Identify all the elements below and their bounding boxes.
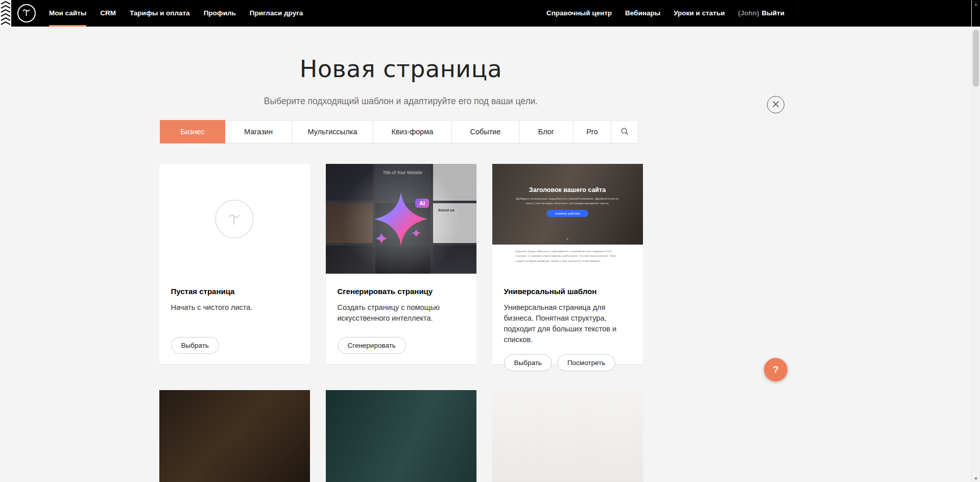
top-navbar: Мои сайты CRM Тарифы и оплата Профиль Пр… — [0, 0, 980, 27]
ai-sparkle-icon: AI — [363, 181, 439, 257]
card-actions: Выбрать Посмотреть — [504, 345, 631, 371]
scrollbar: ▲ ▼ — [971, 0, 980, 482]
new-page-dialog: Новая страница Выберите подходящий шабло… — [0, 55, 802, 482]
page-title: Новая страница — [0, 55, 802, 83]
preview-heading: Заголовок вашего сайта — [492, 186, 643, 194]
tab-search[interactable] — [611, 120, 638, 143]
card-description: Универсальная страница для бизнеса. Поня… — [504, 302, 631, 345]
user-name: (John) — [738, 0, 759, 27]
tab-event[interactable]: Событие — [451, 120, 519, 143]
preview-subtext: Добавьте интересные подробности о вашей … — [513, 197, 622, 206]
user-area: (John) Выйти — [738, 0, 784, 27]
generate-button[interactable]: Сгенерировать — [338, 337, 406, 354]
template-preview-image — [159, 390, 310, 482]
nav-item-profile[interactable]: Профиль — [204, 0, 236, 27]
preview-body-text: Коротко представьтесь и расскажите о ком… — [492, 245, 643, 274]
template-preview-image — [326, 390, 476, 482]
zigzag-pattern — [0, 0, 11, 27]
close-button[interactable] — [767, 96, 784, 113]
navbar-right-menu: Справочный центр Вебинары Уроки и статьи… — [546, 0, 802, 27]
template-card[interactable] — [492, 390, 643, 482]
navbar-left-menu: Мои сайты CRM Тарифы и оплата Профиль Пр… — [49, 0, 303, 27]
card-description: Создать страницу с помощью искусственног… — [338, 302, 465, 324]
ai-badge: AI — [415, 199, 429, 208]
scrollbar-down-arrow[interactable]: ▼ — [972, 476, 980, 481]
template-card-ai-generate[interactable]: Title of Your Website About us — [326, 164, 476, 364]
tilda-logo-icon — [21, 7, 32, 20]
card-title: Универсальный шаблон — [504, 287, 631, 296]
scrollbar-up-arrow[interactable]: ▲ — [972, 0, 980, 9]
select-blank-button[interactable]: Выбрать — [171, 337, 219, 354]
preview-hero: Заголовок вашего сайта Добавьте интересн… — [492, 164, 643, 245]
tilda-logo[interactable] — [17, 4, 36, 22]
template-card-blank-page[interactable]: Пустая страница Начать с чистого листа. … — [159, 164, 310, 364]
card-description: Начать с чистого листа. — [171, 302, 298, 313]
tab-blog[interactable]: Блог — [519, 120, 573, 143]
card-body: Универсальный шаблон Универсальная стран… — [492, 274, 643, 381]
template-card[interactable] — [326, 390, 476, 482]
template-card[interactable] — [159, 390, 310, 482]
card-body: Сгенерировать страницу Создать страницу … — [326, 274, 476, 364]
template-preview-image — [492, 390, 643, 482]
tab-multilink[interactable]: Мультиссылка — [292, 120, 373, 143]
close-icon — [772, 101, 779, 109]
universal-template-preview: Заголовок вашего сайта Добавьте интересн… — [492, 164, 643, 274]
ai-generate-preview: Title of Your Website About us — [326, 164, 476, 274]
tab-quiz-form[interactable]: Квиз-форма — [373, 120, 452, 143]
nav-item-tariffs[interactable]: Тарифы и оплата — [130, 0, 190, 27]
card-actions: Сгенерировать — [338, 328, 465, 354]
tilda-watermark-icon — [215, 200, 254, 238]
scrollbar-thumb[interactable] — [973, 30, 979, 87]
tab-business[interactable]: Бизнес — [160, 120, 225, 143]
nav-item-lessons[interactable]: Уроки и статьи — [674, 0, 725, 27]
template-cards-row-1: Пустая страница Начать с чистого листа. … — [159, 164, 643, 364]
blank-page-preview — [159, 164, 310, 274]
card-actions: Выбрать — [171, 328, 298, 354]
chevron-down-icon: ⌄ — [565, 236, 569, 240]
nav-item-webinars[interactable]: Вебинары — [625, 0, 660, 27]
scrollbar-cap: ▲ — [972, 0, 980, 27]
view-universal-button[interactable]: Посмотреть — [557, 354, 615, 371]
page-subtitle: Выберите подходящий шаблон и адаптируйте… — [0, 96, 802, 107]
search-icon — [620, 127, 629, 137]
template-category-tabs: Бизнес Магазин Мультиссылка Квиз-форма С… — [160, 120, 642, 143]
select-universal-button[interactable]: Выбрать — [504, 354, 552, 371]
card-title: Сгенерировать страницу — [338, 287, 465, 296]
tab-store[interactable]: Магазин — [225, 120, 292, 143]
tab-pro[interactable]: Pro — [573, 120, 611, 143]
navbar-inner: Мои сайты CRM Тарифы и оплата Профиль Пр… — [0, 0, 802, 27]
nav-item-my-sites[interactable]: Мои сайты — [49, 0, 86, 27]
nav-item-help-center[interactable]: Справочный центр — [546, 0, 612, 27]
preview-cta-button: основное действие — [546, 210, 588, 217]
card-body: Пустая страница Начать с чистого листа. … — [159, 274, 310, 364]
card-title: Пустая страница — [171, 287, 298, 296]
nav-item-invite-friend[interactable]: Пригласи друга — [250, 0, 303, 27]
logout-link[interactable]: Выйти — [762, 0, 785, 27]
template-cards-row-2 — [159, 390, 643, 482]
help-button[interactable]: ? — [764, 358, 787, 381]
template-card-universal[interactable]: Заголовок вашего сайта Добавьте интересн… — [492, 164, 643, 364]
nav-item-crm[interactable]: CRM — [100, 0, 116, 27]
